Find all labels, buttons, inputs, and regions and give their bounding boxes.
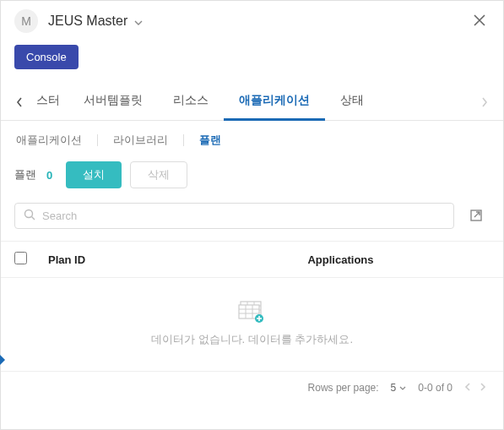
chevron-right-icon [480, 382, 486, 392]
search-box[interactable] [14, 203, 454, 229]
search-icon [24, 209, 35, 223]
pagination-range: 0-0 of 0 [418, 382, 453, 394]
subtab-separator [97, 134, 98, 146]
table-header-row: Plan ID Applications [1, 241, 503, 278]
tab-resource[interactable]: 리소스 [158, 84, 224, 120]
rows-per-page-select[interactable]: 5 [391, 382, 407, 394]
subtab-application[interactable]: 애플리케이션 [14, 133, 84, 148]
next-page-button[interactable] [480, 380, 486, 395]
tab-server-template[interactable]: 서버템플릿 [68, 84, 158, 120]
empty-state-message: 데이터가 없습니다. 데이터를 추가하세요. [1, 332, 503, 347]
column-header-plan-id: Plan ID [40, 253, 192, 266]
subtab-library[interactable]: 라이브러리 [111, 133, 170, 148]
svg-point-0 [25, 210, 33, 217]
close-icon [473, 14, 486, 27]
page-title: JEUS Master [48, 14, 127, 29]
empty-state: 데이터가 없습니다. 데이터를 추가하세요. [1, 278, 503, 371]
search-input[interactable] [42, 210, 445, 222]
tab-partial-prev[interactable]: 스터 [31, 84, 68, 120]
avatar: M [14, 9, 38, 33]
open-external-icon [469, 209, 483, 222]
select-all-checkbox[interactable] [14, 252, 27, 264]
chevron-left-icon [16, 97, 23, 107]
close-button[interactable] [469, 10, 490, 32]
tab-application[interactable]: 애플리케이션 [224, 84, 325, 121]
panel-expand-handle[interactable] [0, 355, 5, 365]
popout-button[interactable] [463, 202, 490, 229]
chevron-right-icon [481, 97, 488, 107]
title-dropdown-caret[interactable] [134, 15, 143, 28]
subtab-plan[interactable]: 플랜 [198, 133, 223, 148]
plan-label: 플랜 [14, 167, 36, 182]
chevron-down-icon [399, 386, 406, 390]
delete-button[interactable]: 삭제 [130, 161, 187, 188]
tabs-scroll-right[interactable] [473, 87, 496, 117]
plan-count: 0 [46, 169, 52, 182]
column-header-applications: Applications [192, 253, 490, 266]
tabs-scroll-left[interactable] [8, 87, 31, 117]
chevron-left-icon [464, 382, 471, 392]
empty-data-icon [237, 300, 268, 324]
chevron-down-icon [134, 20, 143, 25]
tab-status[interactable]: 상태 [325, 84, 379, 120]
subtab-separator [183, 134, 184, 146]
prev-page-button[interactable] [464, 380, 471, 395]
rows-per-page-label: Rows per page: [308, 382, 379, 394]
install-button[interactable]: 설치 [66, 161, 122, 188]
console-button[interactable]: Console [14, 45, 79, 69]
